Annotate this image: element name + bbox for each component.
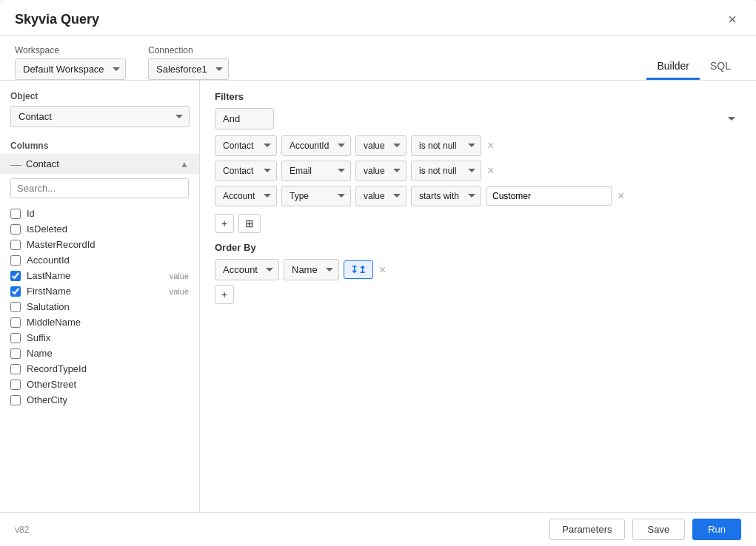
and-select[interactable]: And [215,108,274,129]
tab-sql[interactable]: SQL [700,54,741,80]
dialog-title: Skyvia Query [15,12,99,27]
filter-valuetype-select-1[interactable]: valuefield [355,161,407,181]
top-row: Workspace Default Workspace Connection S… [0,36,756,80]
list-item: MasterRecordId [0,237,199,252]
col-value-badge-lastname: value [170,272,189,280]
col-label-accountid: AccountId [27,255,189,266]
add-order-row: + [215,285,741,304]
filter-remove-button-2[interactable]: × [616,189,626,203]
filter-value-input-2[interactable] [486,186,612,206]
columns-search-input[interactable] [10,178,189,198]
filter-object-select-2[interactable]: ContactAccount [215,186,277,206]
order-sort-button-0[interactable]: ↧↥ [344,260,373,279]
list-item: MiddleName [0,314,199,330]
filter-field-select-2[interactable]: AccountIdEmailType [281,186,351,206]
columns-list: IdIsDeletedMasterRecordIdAccountIdLastNa… [0,203,199,512]
and-select-area: And [215,108,741,129]
filter-condition-select-1[interactable]: is not nullis null=!=starts with [411,161,481,181]
col-checkbox-isdeleted[interactable] [10,224,21,235]
filter-add-row: + ⊞ [215,214,741,233]
right-panel: Filters And ContactAccountAccountIdEmail… [200,81,756,512]
filter-row: ContactAccountAccountIdEmailTypevaluefie… [215,186,741,206]
object-select[interactable]: Contact [10,106,190,127]
filter-object-select-1[interactable]: ContactAccount [215,161,277,181]
bottom-right: Parameters Save Run [549,519,741,540]
connection-field: Connection Salesforce1 [148,45,229,80]
version-text: v82 [15,525,29,535]
filter-valuetype-select-2[interactable]: valuefield [355,186,407,206]
col-label-masterrecordid: MasterRecordId [27,239,189,250]
col-checkbox-othercity[interactable] [10,395,21,405]
list-item: Suffix [0,330,199,346]
filter-object-select-0[interactable]: ContactAccount [215,135,277,156]
col-label-suffix: Suffix [27,332,189,343]
list-item: IsDeleted [0,221,199,237]
col-checkbox-id[interactable] [10,209,21,219]
col-checkbox-salutation[interactable] [10,302,21,312]
filter-valuetype-select-0[interactable]: valuefield [355,135,407,156]
main-body: Object Contact Columns — Contact ▲ IdIsD… [0,81,756,512]
skyvia-query-dialog: Skyvia Query × Workspace Default Workspa… [0,0,756,546]
col-value-badge-firstname: value [170,287,189,296]
connection-label: Connection [148,45,229,55]
col-checkbox-lastname[interactable] [10,271,21,281]
add-order-button[interactable]: + [215,285,234,304]
col-checkbox-accountid[interactable] [10,255,21,266]
col-checkbox-recordtypeid[interactable] [10,364,21,374]
collapse-icon: — [10,158,21,170]
col-checkbox-suffix[interactable] [10,333,21,343]
col-checkbox-name[interactable] [10,348,21,359]
filter-remove-button-1[interactable]: × [486,164,495,178]
add-filter-button[interactable]: + [215,214,234,233]
workspace-select[interactable]: Default Workspace [15,58,126,80]
add-filter-group-button[interactable]: ⊞ [238,214,261,233]
object-label: Object [0,91,199,106]
filter-rows: ContactAccountAccountIdEmailTypevaluefie… [215,135,741,206]
list-item: FirstNamevalue [0,283,199,299]
filter-field-select-0[interactable]: AccountIdEmailType [281,135,351,156]
col-label-salutation: Salutation [27,301,189,312]
order-row: ContactAccountNameIdType↧↥× [215,259,741,280]
filter-row: ContactAccountAccountIdEmailTypevaluefie… [215,135,741,156]
col-label-othercity: OtherCity [27,394,189,405]
col-label-name: Name [27,348,189,359]
save-button[interactable]: Save [632,519,686,540]
left-panel: Object Contact Columns — Contact ▲ IdIsD… [0,81,200,512]
connection-select[interactable]: Salesforce1 [148,58,229,80]
order-field-select-0[interactable]: NameIdType [284,259,339,280]
col-label-middlename: MiddleName [27,317,189,328]
filter-condition-select-0[interactable]: is not nullis null=!=starts with [411,135,481,156]
col-label-otherstreet: OtherStreet [27,379,189,390]
order-by-label: Order By [215,242,741,253]
contact-expand-row[interactable]: — Contact ▲ [0,154,199,174]
object-select-wrap: Contact [10,106,189,127]
contact-row-left: — Contact [10,158,59,170]
filter-field-select-1[interactable]: AccountIdEmailType [281,161,351,181]
and-select-wrap: And [215,108,741,129]
col-checkbox-middlename[interactable] [10,317,21,328]
col-label-firstname: FirstName [27,286,164,297]
list-item: OtherCity [0,392,199,408]
chevron-up-icon: ▲ [180,159,189,169]
col-checkbox-firstname[interactable] [10,286,21,297]
col-label-isdeleted: IsDeleted [27,223,189,235]
list-item: OtherStreet [0,377,199,392]
list-item: Salutation [0,299,199,314]
filter-remove-button-0[interactable]: × [486,139,495,152]
workspace-field: Workspace Default Workspace [15,45,126,80]
contact-group-label: Contact [26,158,59,169]
col-checkbox-masterrecordid[interactable] [10,240,21,250]
connection-select-wrap: Salesforce1 [148,58,229,80]
order-object-select-0[interactable]: ContactAccount [215,259,279,280]
filter-condition-select-2[interactable]: is not nullis null=!=starts with [411,186,481,206]
columns-label: Columns [10,141,48,151]
order-remove-button-0[interactable]: × [378,263,387,277]
list-item: Id [0,206,199,221]
close-button[interactable]: × [723,10,741,28]
tab-builder[interactable]: Builder [646,54,700,80]
dialog-header: Skyvia Query × [0,0,756,36]
col-checkbox-otherstreet[interactable] [10,380,21,390]
run-button[interactable]: Run [692,519,741,540]
bottom-bar: v82 Parameters Save Run [0,512,756,546]
parameters-button[interactable]: Parameters [549,519,624,540]
